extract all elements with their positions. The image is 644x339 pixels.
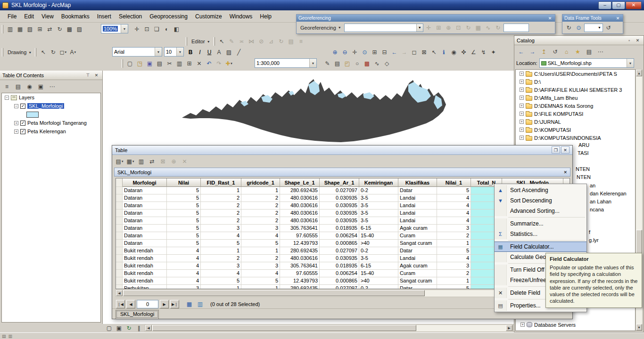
list-by-source-icon[interactable]: ▤ xyxy=(13,81,23,91)
bold-button[interactable]: B xyxy=(186,48,195,57)
table-icon[interactable]: ▦ xyxy=(15,24,25,34)
layer-visibility-checkbox[interactable]: ✓ xyxy=(20,121,25,126)
catalog-item-partial[interactable]: an xyxy=(589,183,596,188)
row-selector[interactable] xyxy=(116,217,123,225)
list-by-visibility-icon[interactable]: ◉ xyxy=(25,81,34,91)
catalog-item-database-servers[interactable]: +Database Servers xyxy=(517,321,635,329)
python-icon[interactable]: ∿ xyxy=(372,59,382,69)
catalog-folder-item[interactable]: +D:\DEMNAS Kota Sorong xyxy=(516,102,635,110)
catalog-item-partial[interactable]: an Lahan xyxy=(589,199,612,204)
expand-icon[interactable]: + xyxy=(520,128,524,132)
add-data-icon[interactable]: ✚▾ xyxy=(224,59,234,69)
menu-item-summarize[interactable]: Summarize... xyxy=(495,218,586,229)
menu-edit[interactable]: Edit xyxy=(20,11,38,22)
delete-icon[interactable]: ✕ xyxy=(194,59,204,69)
up-one-level-icon[interactable]: ↥ xyxy=(539,47,549,56)
close-icon[interactable]: ✕ xyxy=(561,146,570,153)
toolbar-grip[interactable] xyxy=(186,37,187,46)
catalog-folder-item[interactable]: +D:\FILE KOMPUTASI xyxy=(516,110,635,118)
row-selector[interactable] xyxy=(116,285,123,289)
paste-icon[interactable]: ⊞ xyxy=(184,59,194,69)
close-icon[interactable]: ✕ xyxy=(93,72,100,79)
zoom-to-selected-icon[interactable]: ⊕ xyxy=(169,156,179,166)
zoom-in-icon[interactable]: ⊕ xyxy=(330,48,340,57)
minimize-button[interactable]: – xyxy=(598,1,611,9)
measure-icon[interactable]: ∠ xyxy=(469,48,479,57)
expand-icon[interactable]: + xyxy=(520,88,524,92)
scrollbar-thumb[interactable] xyxy=(152,325,416,331)
copy-icon[interactable]: ▥ xyxy=(174,59,184,69)
list-by-selection-icon[interactable]: ▣ xyxy=(36,81,46,91)
transformation-icon[interactable]: ▦ xyxy=(473,23,483,32)
layer-name[interactable]: SKL_Morfologi xyxy=(27,103,64,109)
save-icon[interactable]: ▣ xyxy=(145,59,155,69)
georeferencing-menu-button[interactable]: Georeferencing▼ xyxy=(298,24,344,32)
link-table-icon[interactable]: ∿ xyxy=(483,23,493,32)
expand-icon[interactable]: + xyxy=(520,112,524,116)
options-icon[interactable]: ⋯ xyxy=(47,81,57,91)
scroll-up-icon[interactable]: ▲ xyxy=(636,70,642,76)
menu-view[interactable]: View xyxy=(38,11,58,22)
zoom-percent-combo[interactable]: 100% ▼ xyxy=(101,24,128,33)
data-frame-tools-title[interactable]: Data Frame Tools ✕ xyxy=(562,15,623,22)
expand-icon[interactable]: + xyxy=(520,136,524,140)
catalog-item-partial[interactable]: ncana xyxy=(589,207,604,212)
expand-icon[interactable]: + xyxy=(14,129,18,134)
cut-polygons-icon[interactable]: ⊘ xyxy=(256,37,266,47)
rotate-tool-icon[interactable]: ↻ xyxy=(276,37,286,47)
clear-selection-icon[interactable]: ⊠ xyxy=(158,156,168,166)
menu-help[interactable]: Help xyxy=(256,11,275,22)
select-elements-icon[interactable]: ↖ xyxy=(38,48,48,57)
zoom-out-icon[interactable]: ⊖ xyxy=(340,48,350,57)
dropdown-arrow-icon[interactable]: ▼ xyxy=(155,48,162,56)
related-tables-icon[interactable]: ▦▾ xyxy=(125,156,135,166)
select-features-icon[interactable]: ◻ xyxy=(409,48,419,57)
scroll-left-icon[interactable]: ◀ xyxy=(145,325,152,331)
layer-visibility-checkbox[interactable]: ✓ xyxy=(20,104,25,109)
list-by-drawing-order-icon[interactable]: ≡ xyxy=(2,81,12,91)
back-arrow-icon[interactable]: ← xyxy=(516,47,526,56)
menu-windows[interactable]: Windows xyxy=(226,11,256,22)
toc-root-layers[interactable]: − Layers xyxy=(2,93,100,102)
edit-vertices-icon[interactable]: ≍ xyxy=(237,37,247,47)
rotate-icon[interactable]: ↻ xyxy=(55,24,65,34)
editor-toolbar-icon[interactable]: ✎ xyxy=(322,59,332,69)
georeferencing-value-field[interactable] xyxy=(504,24,529,32)
arctoolbox-icon[interactable]: ▩ xyxy=(362,59,372,69)
show-selected-records-icon[interactable]: ▥ xyxy=(195,299,205,309)
dropdown-arrow-icon[interactable]: ▼ xyxy=(309,59,316,67)
fixed-zoom-out-icon[interactable]: ⊟ xyxy=(380,48,389,57)
catalog-header[interactable]: Catalog ▫ ✕ xyxy=(514,36,644,45)
menu-item-advanced-sorting[interactable]: Advanced Sorting... xyxy=(495,206,586,216)
toc-header[interactable]: Table Of Contents ⊤ ✕ xyxy=(0,71,102,80)
font-name-combo[interactable]: Arial ▼ xyxy=(112,47,162,56)
menu-insert[interactable]: Insert xyxy=(93,11,115,22)
merge-icon[interactable]: ⊞ xyxy=(35,24,45,34)
close-icon[interactable]: ✕ xyxy=(563,170,567,175)
editor-menu-button[interactable]: Editor▼ xyxy=(189,38,213,45)
catalog-folder-item[interactable]: +D:\Afifa_Lam Bheu xyxy=(516,94,635,102)
rotate-icon[interactable]: ↻ xyxy=(493,23,503,32)
menu-bookmarks[interactable]: Bookmarks xyxy=(58,11,93,22)
contents-icon[interactable]: ▤ xyxy=(584,47,594,56)
find-icon[interactable]: ◉ xyxy=(449,48,459,57)
row-selector[interactable] xyxy=(116,194,123,202)
split-icon[interactable]: ⊿ xyxy=(266,37,276,47)
catalog-item-partial[interactable]: dan Kelerengan xyxy=(589,191,627,196)
column-header-morfologi[interactable]: Morfologi xyxy=(123,178,167,187)
close-icon[interactable]: ✕ xyxy=(615,16,621,21)
scroll-left-icon[interactable]: ◀ xyxy=(116,290,123,296)
drawing-menu-button[interactable]: Drawing▼ xyxy=(5,48,34,56)
catalog-folder-item[interactable]: +D:\AFIFA\FILE KULIAH SEMESTER 3 xyxy=(516,86,635,94)
switch-selection-icon[interactable]: ⇄ xyxy=(147,156,157,166)
clear-selection-icon[interactable]: ⊠ xyxy=(419,48,429,57)
row-selector[interactable] xyxy=(116,225,123,232)
select-elements-icon[interactable]: ↖ xyxy=(429,48,439,57)
table-window-titlebar[interactable]: Table ❐ ✕ xyxy=(112,145,572,155)
last-record-button[interactable]: ▶❘ xyxy=(170,300,179,308)
line-color-icon[interactable]: ╱ xyxy=(234,48,244,57)
map-scale-combo[interactable]: 1:300,000 ▼ xyxy=(255,58,317,68)
column-header-nilai[interactable]: Nilai xyxy=(167,178,201,187)
hyperlink-icon[interactable]: ↯ xyxy=(479,48,488,57)
toolbar-grip[interactable] xyxy=(122,59,123,68)
